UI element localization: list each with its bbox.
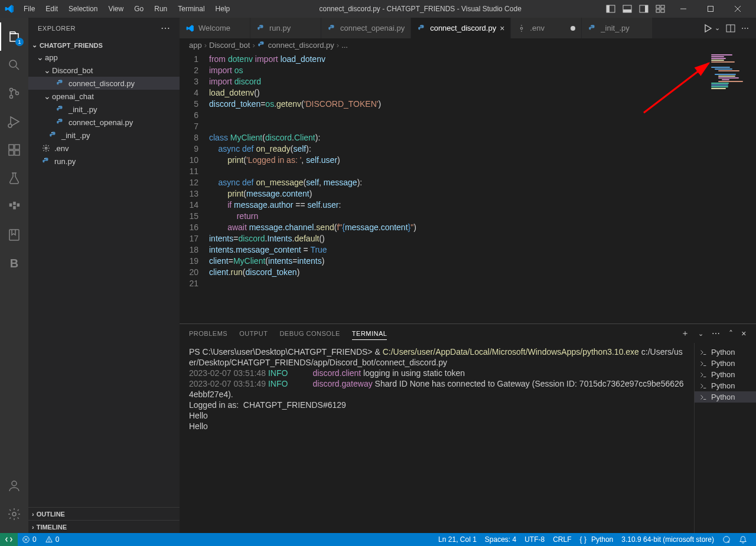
status-interpreter[interactable]: 3.10.9 64-bit (microsoft store) [617,535,718,544]
terminal-session[interactable]: Python [695,358,756,369]
menu-terminal[interactable]: Terminal [173,2,209,15]
terminal-split-dropdown-icon[interactable]: ⌄ [698,330,704,338]
folder-openai-chat[interactable]: ⌄openai_chat [28,90,180,103]
terminal-session[interactable]: Python [695,369,756,380]
accounts-icon[interactable] [0,472,28,500]
breadcrumb-segment[interactable]: ... [341,41,348,50]
tab-env[interactable]: .env [511,18,582,38]
svg-point-32 [58,106,59,107]
testing-icon[interactable] [0,164,28,192]
status-ln-col[interactable]: Ln 21, Col 1 [434,535,481,544]
run-file-button[interactable] [703,24,712,33]
breadcrumb-segment[interactable]: app [189,41,202,50]
breadcrumb-segment[interactable]: Discord_bot [209,41,250,50]
tab-init[interactable]: _init_.py [582,18,653,38]
panel-tab-problems[interactable]: PROBLEMS [189,328,227,339]
code-content[interactable]: from dotenv import load_dotenv import os… [209,54,709,323]
explorer-badge: 1 [15,38,24,46]
extensions-icon[interactable] [0,136,28,164]
terminal-session[interactable]: Python [695,391,756,403]
svg-rect-26 [13,206,16,210]
tab-close-icon[interactable]: × [500,24,504,33]
tab-welcome[interactable]: Welcome [180,18,250,38]
terraform-icon[interactable] [0,192,28,221]
panel-tab-debug[interactable]: DEBUG CONSOLE [279,328,340,339]
svg-rect-7 [661,5,664,8]
svg-rect-9 [661,9,664,12]
project-root[interactable]: ⌄CHATGPT_FRIENDS [28,40,180,51]
file-connect-discord[interactable]: connect_discord.py [28,77,180,90]
timeline-section[interactable]: ›TIMELINE [28,520,180,533]
terminal-sessions: Python Python Python Python Python [694,343,756,533]
window-maximize-button[interactable] [697,0,724,18]
activity-bar: 1 B [0,18,28,533]
file-env[interactable]: .env [28,142,180,155]
window-minimize-button[interactable] [670,0,697,18]
outline-section[interactable]: ›OUTLINE [28,507,180,520]
explorer-icon[interactable]: 1 [0,22,28,51]
svg-rect-5 [645,5,648,12]
menu-run[interactable]: Run [149,2,172,15]
run-dropdown-icon[interactable]: ⌄ [715,24,720,32]
settings-gear-icon[interactable] [0,500,28,528]
status-bell-icon[interactable] [735,535,751,544]
search-icon[interactable] [0,51,28,79]
panel-maximize-icon[interactable]: ˄ [729,329,734,338]
terminal-output[interactable]: PS C:\Users\user\Desktop\CHATGPT_FRIENDS… [180,343,694,533]
code-editor[interactable]: 123456789101112131415161718192021 from d… [180,51,709,323]
svg-point-34 [51,132,52,133]
tab-connect-openai[interactable]: connect_openai.py [321,18,411,38]
file-init-2[interactable]: _init_.py [28,129,180,142]
tab-connect-discord[interactable]: connect_discord.py× [411,18,511,38]
status-errors[interactable]: 0 [18,535,41,544]
svg-point-14 [9,60,17,67]
bold-icon[interactable]: B [0,249,28,277]
svg-point-33 [58,119,59,120]
breadcrumb-segment[interactable]: connect_discord.py [268,41,334,50]
menu-help[interactable]: Help [211,2,235,15]
window-close-button[interactable] [724,0,751,18]
editor-more-icon[interactable]: ⋯ [741,24,749,32]
panel-more-icon[interactable]: ⋯ [712,329,721,338]
remote-indicator[interactable] [0,533,18,546]
bookmarks-icon[interactable] [0,221,28,249]
status-language[interactable]: { }Python [576,535,618,544]
breadcrumb[interactable]: app› Discord_bot› connect_discord.py› ..… [180,38,756,51]
menu-edit[interactable]: Edit [41,2,63,15]
status-encoding[interactable]: UTF-8 [520,535,549,544]
svg-rect-24 [9,204,12,207]
status-feedback-icon[interactable] [718,535,735,544]
run-debug-icon[interactable] [0,107,28,136]
folder-discord-bot[interactable]: ⌄Discord_bot [28,64,180,77]
status-warnings[interactable]: 0 [41,535,64,544]
status-bar: 0 0 Ln 21, Col 1 Spaces: 4 UTF-8 CRLF { … [0,533,756,546]
file-connect-openai[interactable]: connect_openai.py [28,116,180,129]
layout-toggle-right-icon[interactable] [639,4,649,14]
sidebar-more-icon[interactable]: ⋯ [161,22,171,34]
terminal-session[interactable]: Python [695,380,756,391]
tab-dirty-icon [571,26,575,31]
split-editor-icon[interactable] [726,24,735,33]
status-spaces[interactable]: Spaces: 4 [481,535,520,544]
svg-rect-23 [15,145,19,149]
new-terminal-icon[interactable]: ＋ [681,328,690,339]
panel-tab-terminal[interactable]: TERMINAL [352,328,387,340]
layout-toggle-left-icon[interactable] [606,4,615,14]
panel-tab-output[interactable]: OUTPUT [239,328,268,339]
menu-view[interactable]: View [103,2,128,15]
status-eol[interactable]: CRLF [549,535,575,544]
menu-go[interactable]: Go [129,2,148,15]
menu-file[interactable]: File [19,2,40,15]
file-run[interactable]: run.py [28,155,180,168]
layout-toggle-bottom-icon[interactable] [623,4,632,14]
tab-run-py[interactable]: run.py [250,18,321,38]
panel-close-icon[interactable]: × [741,329,747,338]
terminal-session[interactable]: Python [695,346,756,358]
file-init-1[interactable]: _init_.py [28,103,180,116]
folder-app[interactable]: ⌄app [28,51,180,64]
explorer-sidebar: EXPLORER ⋯ ⌄CHATGPT_FRIENDS ⌄app ⌄Discor… [28,18,180,533]
source-control-icon[interactable] [0,79,28,107]
minimap[interactable] [709,51,756,323]
layout-customize-icon[interactable] [656,4,665,14]
menu-selection[interactable]: Selection [64,2,102,15]
